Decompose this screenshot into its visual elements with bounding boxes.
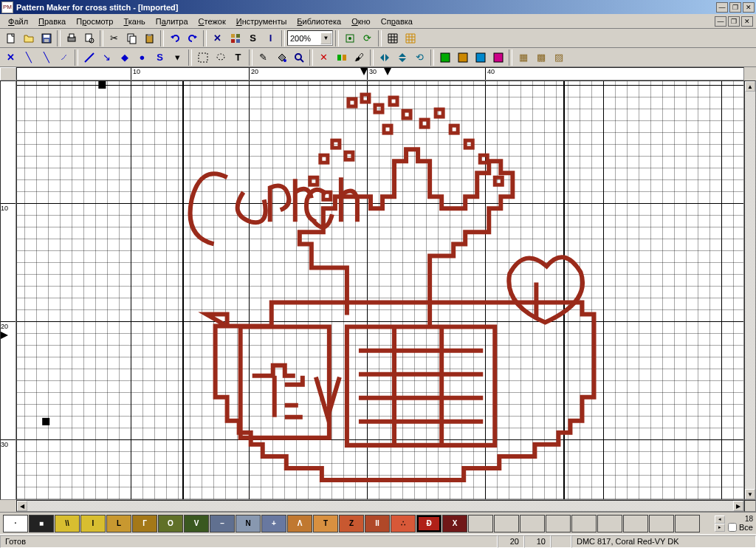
- scroll-down-icon[interactable]: ▼: [745, 489, 755, 499]
- palette-cell-14[interactable]: II: [365, 515, 390, 532]
- menu-help[interactable]: Справка: [376, 16, 418, 27]
- menu-window[interactable]: Окно: [346, 16, 376, 27]
- palette-cell-4[interactable]: L: [106, 515, 131, 532]
- palette-cell-1[interactable]: ■: [29, 515, 54, 532]
- center-button[interactable]: [341, 30, 358, 47]
- palette-cell-3[interactable]: I: [80, 515, 106, 532]
- refresh-button[interactable]: ⟳: [359, 30, 376, 47]
- palette-empty[interactable]: [571, 515, 597, 532]
- scroll-right-icon[interactable]: ▶: [733, 501, 743, 511]
- select-rect-button[interactable]: [194, 49, 211, 66]
- minimize-button[interactable]: —: [716, 2, 728, 13]
- menu-tools[interactable]: Инструменты: [231, 16, 292, 27]
- paste-button[interactable]: [141, 30, 158, 47]
- replace-tool-button[interactable]: [333, 49, 350, 66]
- zoom-dropdown-icon[interactable]: ▼: [320, 32, 331, 44]
- palette-cell-12[interactable]: T: [313, 515, 338, 532]
- vertical-scrollbar[interactable]: ▲ ▼: [744, 81, 756, 500]
- palette-cell-15[interactable]: ∴: [391, 515, 416, 532]
- palette-cell-17[interactable]: X: [442, 515, 467, 532]
- doc-minimize-button[interactable]: —: [715, 16, 726, 27]
- canvas[interactable]: [16, 81, 744, 500]
- palette-right-icon[interactable]: ▸: [715, 524, 725, 532]
- ruler-v-marker[interactable]: [1, 332, 8, 339]
- palette-cell-5[interactable]: Г: [132, 515, 157, 532]
- ruler-grid-button[interactable]: [402, 30, 419, 47]
- undo-button[interactable]: [166, 30, 183, 47]
- special-stitch-button[interactable]: S: [151, 49, 168, 66]
- open-button[interactable]: [20, 30, 37, 47]
- menu-file[interactable]: Файл: [3, 16, 33, 27]
- view-symbols-button[interactable]: [227, 30, 244, 47]
- horizontal-ruler[interactable]: 10 20 30 40: [16, 67, 744, 81]
- zoom-tool-button[interactable]: [290, 49, 307, 66]
- french-knot-button[interactable]: ◆: [116, 49, 133, 66]
- grid-button[interactable]: [384, 30, 401, 47]
- scroll-left-icon[interactable]: ◀: [17, 501, 27, 511]
- view-solid-button[interactable]: S: [244, 30, 261, 47]
- palette-cell-6[interactable]: O: [158, 515, 183, 532]
- scroll-up-icon[interactable]: ▲: [745, 81, 755, 92]
- palette-empty[interactable]: [597, 515, 622, 532]
- palette-cell-0[interactable]: ·: [3, 515, 28, 532]
- palette-nav[interactable]: ◂ ▸: [715, 516, 725, 532]
- long-stitch-button[interactable]: ↘: [98, 49, 115, 66]
- flip-h-button[interactable]: [376, 49, 393, 66]
- extra1-button[interactable]: ▦: [515, 49, 532, 66]
- menu-view[interactable]: Просмотр: [71, 16, 118, 27]
- petite-stitch-button[interactable]: ⟋: [55, 49, 72, 66]
- fill-button[interactable]: [272, 49, 289, 66]
- menu-fabric[interactable]: Ткань: [118, 16, 150, 27]
- text-button[interactable]: T: [230, 49, 247, 66]
- menu-edit[interactable]: Правка: [33, 16, 71, 27]
- menu-stitch[interactable]: Стежок: [193, 16, 231, 27]
- palette-empty[interactable]: [623, 515, 648, 532]
- bead-button[interactable]: ●: [134, 49, 151, 66]
- maximize-button[interactable]: ❐: [729, 2, 741, 13]
- rotate-button[interactable]: ⟲: [411, 49, 428, 66]
- view-stitches-button[interactable]: ✕: [209, 30, 226, 47]
- palette-cell-11[interactable]: Λ: [287, 515, 312, 532]
- palette-cell-7[interactable]: V: [184, 515, 209, 532]
- all-checkbox[interactable]: Все: [728, 523, 753, 532]
- menu-library[interactable]: Библиотека: [292, 16, 346, 27]
- menu-palette[interactable]: Палитра: [151, 16, 193, 27]
- palette-cell-2[interactable]: \\: [55, 515, 80, 532]
- palette-empty[interactable]: [520, 515, 545, 532]
- close-button[interactable]: ✕: [743, 2, 755, 13]
- palette-left-icon[interactable]: ◂: [715, 516, 725, 524]
- brush-tool-button[interactable]: 🖌: [351, 49, 368, 66]
- extra3-button[interactable]: ▨: [550, 49, 567, 66]
- palette-empty[interactable]: [675, 515, 700, 532]
- save-button[interactable]: [38, 30, 55, 47]
- half-stitch-button[interactable]: ╲: [20, 49, 37, 66]
- pattern-lib1-button[interactable]: [436, 49, 453, 66]
- select-lasso-button[interactable]: [212, 49, 229, 66]
- palette-empty[interactable]: [546, 515, 571, 532]
- palette-empty[interactable]: [649, 515, 674, 532]
- horizontal-scrollbar[interactable]: ◀ ▶: [16, 500, 744, 512]
- print-preview-button[interactable]: [80, 30, 97, 47]
- doc-close-button[interactable]: ✕: [741, 16, 753, 27]
- ruler-h-marker[interactable]: [360, 68, 368, 75]
- cut-button[interactable]: ✂: [106, 30, 123, 47]
- remove-x-button[interactable]: ✕: [315, 49, 332, 66]
- palette-cell-16[interactable]: Ð: [416, 515, 441, 532]
- redo-button[interactable]: [184, 30, 201, 47]
- quarter-stitch-button[interactable]: ╲: [38, 49, 55, 66]
- extra2-button[interactable]: ▩: [532, 49, 549, 66]
- copy-button[interactable]: [123, 30, 140, 47]
- palette-empty[interactable]: [494, 515, 519, 532]
- doc-maximize-button[interactable]: ❐: [728, 16, 740, 27]
- view-info-button[interactable]: I: [262, 30, 279, 47]
- full-stitch-button[interactable]: ✕: [2, 49, 19, 66]
- palette-empty[interactable]: [468, 515, 493, 532]
- ruler-h-marker[interactable]: [384, 68, 391, 75]
- vertical-ruler[interactable]: 10 20 30 40: [0, 81, 16, 500]
- flip-v-button[interactable]: [394, 49, 410, 66]
- pattern-lib2-button[interactable]: [454, 49, 471, 66]
- special-dropdown[interactable]: ▾: [169, 49, 186, 66]
- new-button[interactable]: [2, 30, 19, 47]
- palette-cell-13[interactable]: Z: [339, 515, 364, 532]
- zoom-combo[interactable]: 200%▼: [287, 30, 333, 46]
